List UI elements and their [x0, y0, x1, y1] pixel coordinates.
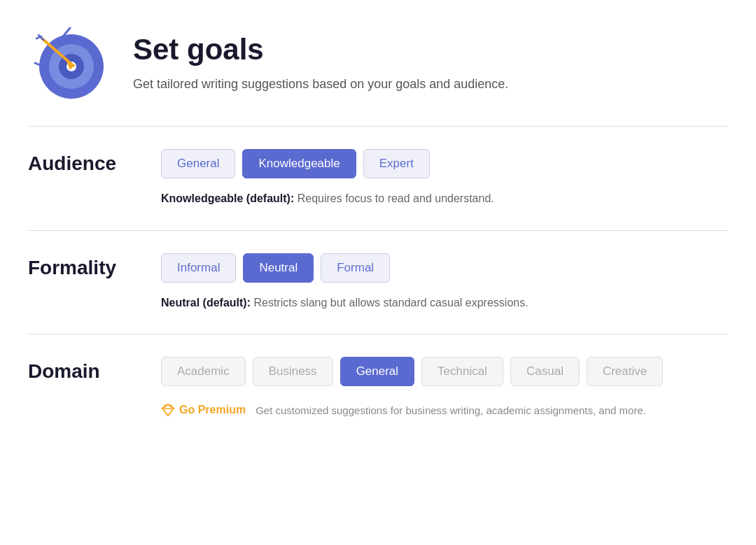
formality-description-bold: Neutral (default): [161, 297, 251, 309]
formality-description-text: Restricts slang but allows standard casu… [251, 297, 528, 309]
go-premium-label: Go Premium [179, 404, 246, 416]
domain-btn-casual[interactable]: Casual [510, 357, 580, 386]
domain-section: Domain Academic Business General Technic… [28, 334, 728, 431]
domain-button-group: Academic Business General Technical Casu… [161, 357, 663, 386]
audience-button-group: General Knowledgeable Expert [161, 149, 430, 178]
formality-top: Formality Informal Neutral Formal [28, 253, 728, 283]
audience-section: Audience General Knowledgeable Expert Kn… [28, 127, 728, 231]
domain-label: Domain [28, 360, 140, 383]
audience-btn-knowledgeable[interactable]: Knowledgeable [242, 149, 356, 178]
audience-description-bold: Knowledgeable (default): [161, 192, 294, 204]
premium-row: Go Premium Get customized suggestions fo… [28, 403, 728, 417]
formality-description: Neutral (default): Restricts slang but a… [28, 294, 728, 312]
header-section: Set goals Get tailored writing suggestio… [28, 21, 728, 127]
audience-btn-expert[interactable]: Expert [363, 149, 430, 178]
audience-description: Knowledgeable (default): Requires focus … [28, 190, 728, 208]
domain-top: Domain Academic Business General Technic… [28, 357, 728, 386]
domain-btn-business[interactable]: Business [253, 357, 333, 386]
formality-section: Formality Informal Neutral Formal Neutra… [28, 231, 728, 335]
domain-btn-academic[interactable]: Academic [161, 357, 246, 386]
header-text-block: Set goals Get tailored writing suggestio… [133, 33, 508, 94]
premium-description: Get customized suggestions for business … [255, 404, 646, 416]
formality-label: Formality [28, 257, 140, 279]
page-title: Set goals [133, 33, 508, 66]
go-premium-link[interactable]: Go Premium [161, 403, 246, 417]
domain-btn-general[interactable]: General [340, 357, 414, 386]
audience-label: Audience [28, 153, 140, 175]
page-subtitle: Get tailored writing suggestions based o… [133, 75, 508, 94]
formality-btn-neutral[interactable]: Neutral [243, 253, 314, 283]
domain-btn-technical[interactable]: Technical [421, 357, 503, 386]
target-icon [28, 21, 112, 105]
audience-top: Audience General Knowledgeable Expert [28, 149, 728, 178]
formality-btn-informal[interactable]: Informal [161, 253, 236, 283]
domain-btn-creative[interactable]: Creative [587, 357, 663, 386]
formality-button-group: Informal Neutral Formal [161, 253, 390, 283]
formality-btn-formal[interactable]: Formal [321, 253, 390, 283]
diamond-icon [161, 403, 175, 417]
audience-description-text: Requires focus to read and understand. [294, 192, 494, 204]
audience-btn-general[interactable]: General [161, 149, 235, 178]
